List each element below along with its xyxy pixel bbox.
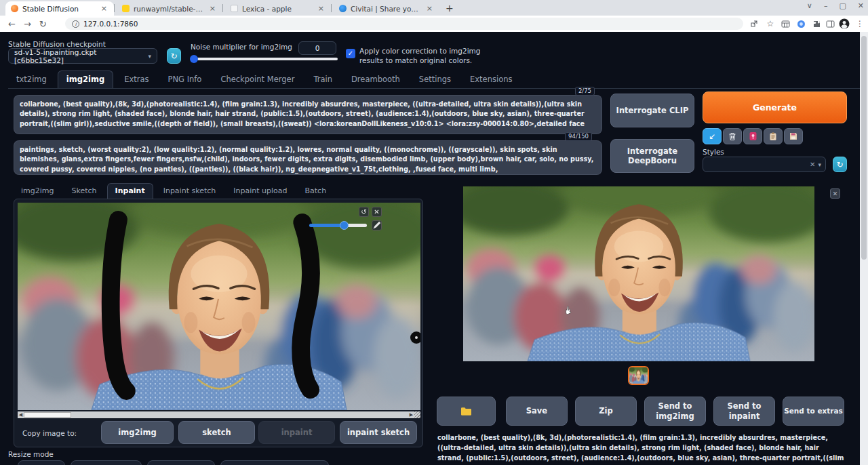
brush-size-slider[interactable] [309, 224, 367, 227]
screen: Stable Diffusion × runwayml/stable-diffu… [0, 0, 868, 465]
subtab-inpaint[interactable]: Inpaint [107, 183, 153, 199]
tab-close-icon[interactable]: × [100, 4, 108, 13]
canvas-clear-button[interactable]: ✕ [372, 207, 382, 217]
zip-button[interactable]: Zip [575, 397, 637, 426]
subtab-img2img[interactable]: img2img [14, 184, 62, 199]
tab-img2img[interactable]: img2img [58, 70, 113, 88]
extension-blue-icon[interactable] [795, 18, 806, 29]
open-output-folder-button[interactable] [437, 397, 496, 426]
resize-mode-option[interactable] [18, 460, 65, 465]
extra-networks-button[interactable] [743, 128, 762, 144]
send-to-extras-button[interactable]: Send to extras [783, 397, 844, 426]
paste-params-button[interactable]: ↙ [703, 128, 722, 144]
styles-refresh-button[interactable]: ↻ [833, 157, 847, 172]
browser-tab-civitai[interactable]: Civitai | Share your models × [334, 1, 439, 16]
civitai-favicon [339, 5, 347, 12]
forward-icon[interactable]: → [24, 19, 31, 29]
interrogate-clip-button[interactable]: Interrogate CLIP [610, 94, 694, 127]
tab-close-icon[interactable]: × [317, 4, 326, 13]
tab-train[interactable]: Train [305, 71, 340, 88]
send-to-img2img-button[interactable]: Send to img2img [644, 397, 706, 426]
checkpoint-select[interactable]: sd-v1-5-inpainting.ckpt [c6bbc15e32] ▾ [8, 48, 157, 64]
tab-settings[interactable]: Settings [411, 71, 459, 88]
copy-image-to-label: Copy image to: [22, 429, 77, 437]
generation-info-text: collarbone, (best quality),(8k, 3d),(pho… [437, 433, 847, 465]
browser-menu-icon[interactable]: ⋮ [854, 18, 865, 29]
resize-mode-option[interactable] [220, 460, 329, 465]
tab-close-icon[interactable]: × [208, 4, 217, 13]
interrogate-deepbooru-button[interactable]: Interrogate DeepBooru [610, 139, 694, 173]
address-bar[interactable]: i 127.0.0.1:7860 [65, 18, 743, 30]
window-chevron-icon[interactable]: ∨ [807, 1, 812, 10]
prompt-input[interactable]: collarbone, (best quality),(8k, 3d),(pho… [14, 96, 601, 134]
site-info-icon[interactable]: i [72, 20, 79, 28]
resize-grip[interactable] [414, 411, 420, 418]
window-minimize-icon[interactable]: – [824, 1, 828, 10]
apply-style-button[interactable] [764, 128, 783, 144]
copy-to-sketch-button[interactable]: sketch [178, 421, 255, 444]
bookmark-star-icon[interactable]: ☆ [765, 18, 776, 29]
window-close-icon[interactable]: ✕ [858, 1, 864, 10]
subtab-inpaint-upload[interactable]: Inpaint upload [226, 184, 294, 199]
share-icon[interactable] [749, 18, 760, 29]
canvas-handle-dot[interactable] [410, 331, 420, 344]
tab-png-info[interactable]: PNG Info [160, 71, 210, 88]
extension-grid-icon[interactable] [780, 18, 791, 29]
slider-thumb[interactable] [340, 221, 349, 230]
noise-multiplier-value[interactable]: 0 [298, 41, 336, 55]
floppy-save-icon [789, 132, 797, 140]
canvas-horizontal-scrollbar[interactable]: ◀ ▶ [18, 411, 420, 418]
inpaint-canvas[interactable]: ↺ ✕ [18, 203, 420, 410]
slider-thumb[interactable] [190, 55, 198, 63]
browser-tab-stable-diffusion[interactable]: Stable Diffusion × [5, 1, 114, 16]
tab-extensions[interactable]: Extensions [462, 71, 520, 88]
output-image[interactable] [463, 186, 814, 361]
browser-tab-lexica[interactable]: Lexica - apple × [225, 1, 331, 16]
send-to-inpaint-button[interactable]: Send to inpaint [713, 397, 775, 426]
gallery-thumbnail-selected[interactable] [628, 366, 649, 385]
subtab-batch[interactable]: Batch [298, 184, 334, 199]
prompt-tools: ↙ [703, 128, 804, 144]
resize-mode-option[interactable] [147, 460, 215, 465]
checkpoint-value: sd-v1-5-inpainting.ckpt [c6bbc15e32] [14, 48, 148, 64]
resize-mode-option[interactable] [71, 460, 142, 465]
generate-button[interactable]: Generate [703, 92, 847, 123]
scroll-left-icon[interactable]: ◀ [18, 412, 24, 418]
tab-txt2img[interactable]: txt2img [8, 71, 55, 88]
browser-toolbar: ← → ↻ i 127.0.0.1:7860 ☆ ⋮ [0, 16, 868, 32]
tab-extras[interactable]: Extras [116, 71, 157, 88]
tab-checkpoint-merger[interactable]: Checkpoint Merger [212, 71, 302, 88]
negative-prompt-input[interactable]: paintings, sketch, (worst quality:2), (l… [14, 141, 601, 174]
scrollbar-thumb[interactable] [24, 412, 71, 418]
tab-close-icon[interactable]: × [425, 4, 434, 13]
extensions-puzzle-icon[interactable] [811, 18, 822, 29]
styles-dropdown[interactable]: ✕ ▾ [703, 157, 826, 172]
clear-styles-icon[interactable]: ✕ [807, 161, 818, 168]
browser-tab-runwayml[interactable]: runwayml/stable-diffusion-inpai × [117, 1, 222, 16]
window-restore-icon[interactable]: ▢ [839, 1, 846, 10]
save-style-button[interactable] [784, 128, 803, 144]
reload-icon[interactable]: ↻ [39, 19, 47, 29]
brush-icon[interactable] [372, 220, 382, 230]
canvas-undo-button[interactable]: ↺ [359, 207, 369, 217]
copy-to-img2img-button[interactable]: img2img [101, 421, 174, 444]
back-icon[interactable]: ← [8, 19, 16, 29]
page-scrollbar[interactable] [860, 32, 868, 465]
tab-dreambooth[interactable]: Dreambooth [343, 71, 408, 88]
url-text: 127.0.0.1:7860 [83, 20, 138, 28]
profile-avatar[interactable] [839, 18, 850, 29]
color-correction-label: Apply color correction to img2img result… [359, 46, 502, 65]
checkpoint-refresh-button[interactable]: ↻ [167, 48, 181, 64]
subtab-inpaint-sketch[interactable]: Inpaint sketch [156, 184, 224, 199]
side-panel-icon[interactable] [825, 18, 835, 29]
new-tab-button[interactable]: + [441, 3, 458, 14]
clear-prompt-button[interactable] [723, 128, 742, 144]
color-correction-checkbox[interactable]: ✓ [346, 49, 355, 58]
save-button[interactable]: Save [506, 397, 568, 426]
scroll-right-icon[interactable]: ▶ [408, 412, 414, 418]
noise-multiplier-slider[interactable] [191, 58, 338, 60]
gallery-close-icon[interactable]: ✕ [830, 188, 840, 199]
copy-to-inpaint-sketch-button[interactable]: inpaint sketch [340, 421, 417, 444]
mouse-cursor [564, 305, 574, 317]
subtab-sketch[interactable]: Sketch [64, 184, 104, 199]
